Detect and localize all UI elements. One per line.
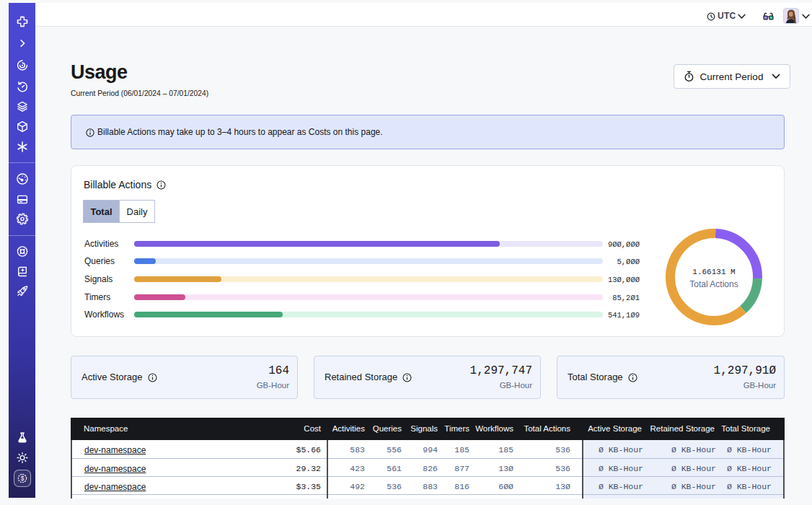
svg-text:$: $ [20, 475, 24, 482]
